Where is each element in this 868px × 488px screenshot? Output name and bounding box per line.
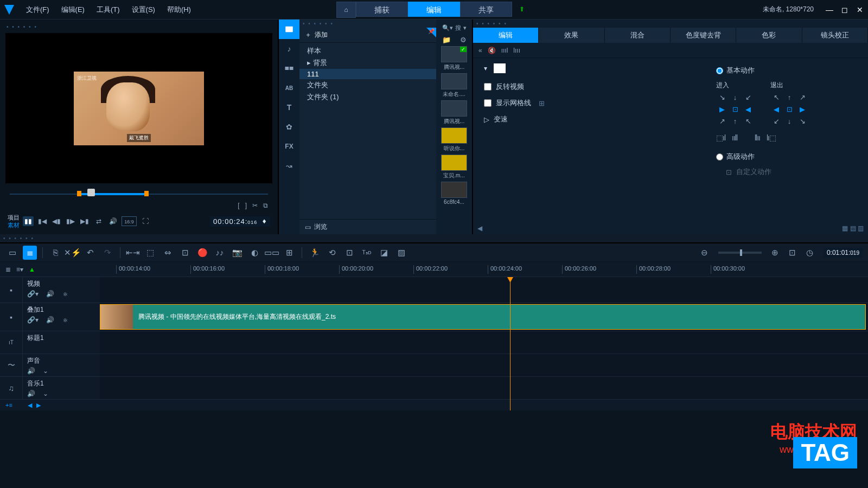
music-track-icon[interactable]: ♫ xyxy=(0,377,23,399)
overlay-tool-icon[interactable]: ✿ xyxy=(279,117,299,137)
link-icon[interactable]: 🔗▾ xyxy=(27,316,39,324)
scroll-left-icon[interactable]: ◀ xyxy=(28,402,32,409)
pan-zoom-icon[interactable]: ⊡ xyxy=(178,246,192,260)
proptab-blend[interactable]: 混合 xyxy=(605,28,671,43)
search-input[interactable]: 🔍▾ 搜▾ xyxy=(437,22,471,34)
fadein-icon[interactable]: ıııl xyxy=(501,47,508,54)
proptab-color[interactable]: 色彩 xyxy=(736,28,802,43)
tab-edit[interactable]: 编辑 xyxy=(408,2,460,17)
audio-filter-icon[interactable]: ♪♪ xyxy=(213,246,227,260)
proptab-lens[interactable]: 镜头校正 xyxy=(802,28,868,43)
tracklist-toggle-icon[interactable]: ≣ xyxy=(5,266,11,273)
trackopt-icon[interactable]: ≡▾ xyxy=(16,266,23,273)
preview-viewport[interactable]: 浙江卫视 戴飞鹭胜 xyxy=(5,33,272,183)
view-detail-icon[interactable]: ▥ xyxy=(858,224,864,232)
speed-button[interactable]: ▷变速 xyxy=(484,111,694,127)
tools-icon[interactable]: ✕⚡ xyxy=(66,246,80,260)
split-horiz-icon[interactable]: ⇔ xyxy=(161,246,175,260)
fullscreen-icon[interactable]: ⛶ xyxy=(140,216,151,226)
timeline-view-icon[interactable]: ≣ xyxy=(23,246,37,260)
grid-crop-icon[interactable]: ⊞ xyxy=(282,246,296,260)
home-tab[interactable]: ⌂ xyxy=(336,2,356,18)
trim-icon[interactable]: ⇤⇥ xyxy=(126,246,140,260)
link-icon[interactable]: 🔗▾ xyxy=(27,290,39,298)
time-remap-icon[interactable]: ⟲ xyxy=(325,246,339,260)
close-button[interactable]: ✕ xyxy=(856,6,864,14)
timeline-duration[interactable]: 0:01:01:019 xyxy=(824,248,863,258)
copy-icon[interactable]: ⧉ xyxy=(263,202,268,209)
play-button[interactable]: ▮▮ xyxy=(23,216,34,226)
exit-direction-grid[interactable]: ↖↑↗ ◀⊡▶ ↙↓↘ xyxy=(770,92,808,127)
mute-icon[interactable]: 🔊 xyxy=(27,367,35,375)
transition-tool-icon[interactable] xyxy=(279,59,299,78)
goto-end-icon[interactable]: ▶▮ xyxy=(79,216,90,226)
record-icon[interactable]: 🔴 xyxy=(195,246,209,260)
reverse-video-checkbox[interactable]: 反转视频 xyxy=(484,79,694,95)
motion-tool-icon[interactable]: ↝ xyxy=(279,156,299,176)
menu-tools[interactable]: 工具(T) xyxy=(91,3,125,17)
fx-icon[interactable]: ⨳ xyxy=(62,290,68,298)
stabilize-icon[interactable]: ⊡ xyxy=(342,246,356,260)
preview-scrubber[interactable] xyxy=(10,188,268,197)
folder-item[interactable]: 样本 xyxy=(299,45,436,57)
voice-track-icon[interactable]: 〜 xyxy=(0,354,23,376)
expand-icon[interactable]: ⌄ xyxy=(43,367,48,375)
clock-icon[interactable]: ◷ xyxy=(803,246,817,260)
video-clip[interactable]: 腾讯视频 - 中国领先的在线视频媒体平台,海量高清视频在线观看_2.ts xyxy=(100,304,866,330)
marker-icon[interactable]: ▲ xyxy=(29,266,35,273)
add-track-icon[interactable]: +≡ xyxy=(5,402,12,408)
menu-file[interactable]: 文件(F) xyxy=(21,3,55,17)
loop-icon[interactable]: ⇄ xyxy=(93,216,104,226)
upload-icon[interactable]: ⬆ xyxy=(512,2,532,18)
mark-out-icon[interactable]: ] xyxy=(245,202,247,209)
zoom-out-icon[interactable]: ⊖ xyxy=(698,246,712,260)
zoom-in-icon[interactable]: ⊕ xyxy=(768,246,782,260)
tab-capture[interactable]: 捕获 xyxy=(356,2,408,17)
scrub-handle[interactable] xyxy=(87,189,95,196)
media-tool-icon[interactable] xyxy=(279,20,299,39)
overlay-track-icon[interactable]: ▪ xyxy=(0,303,23,331)
menu-edit[interactable]: 编辑(E) xyxy=(56,3,90,17)
zoom-slider[interactable] xyxy=(718,252,762,254)
thumb-item[interactable]: 未命名.... xyxy=(440,73,468,98)
mute-icon[interactable]: 🔊 xyxy=(46,316,54,324)
view-list-icon[interactable]: ▦ xyxy=(842,224,848,232)
mark-in-icon[interactable]: [ xyxy=(238,202,239,209)
prev-frame-icon[interactable]: ◀▮ xyxy=(51,216,62,226)
snapshot-icon[interactable]: 📷 xyxy=(230,246,244,260)
scroll-left-icon[interactable]: ◀ xyxy=(477,224,482,234)
camera-icon[interactable]: ⚙ xyxy=(460,36,467,44)
3d-title-icon[interactable]: T₃ᴅ xyxy=(360,246,374,260)
motion-track-icon[interactable]: 🏃 xyxy=(308,246,322,260)
cut-icon[interactable]: ✂ xyxy=(252,202,258,209)
fit-icon[interactable]: ⊡ xyxy=(786,246,800,260)
basic-motion-radio[interactable]: 基本动作 xyxy=(716,63,857,78)
proptab-effect[interactable]: 效果 xyxy=(539,28,604,43)
folder-item-selected[interactable]: 111 xyxy=(299,69,436,79)
project-mode-label[interactable]: 项目 xyxy=(8,214,20,221)
text-tool-icon[interactable]: T xyxy=(279,98,299,117)
fx-tool-icon[interactable]: FX xyxy=(279,137,299,156)
menu-settings[interactable]: 设置(S) xyxy=(126,3,161,17)
chroma-icon[interactable]: ◐ xyxy=(247,246,261,260)
import-icon[interactable]: 📁 xyxy=(442,36,451,44)
title-tool-icon[interactable]: AB xyxy=(279,78,299,98)
minimize-button[interactable]: — xyxy=(826,6,833,14)
collapse-icon[interactable]: « xyxy=(478,47,482,54)
proptab-edit[interactable]: 编辑 xyxy=(473,28,539,43)
folder-item[interactable]: ▸ 背景 xyxy=(299,57,436,69)
goto-start-icon[interactable]: ▮◀ xyxy=(37,216,48,226)
copy-attrs-icon[interactable]: ⎘ xyxy=(48,246,62,260)
undo-icon[interactable]: ↶ xyxy=(83,246,97,260)
preview-timecode[interactable]: 00:00:24:016 ♦ xyxy=(210,216,270,227)
add-folder-button[interactable]: ＋ 添加 📌 xyxy=(299,28,436,43)
proptab-chroma[interactable]: 色度键去背 xyxy=(671,28,736,43)
expand-icon[interactable]: ⌄ xyxy=(43,390,48,397)
next-frame-icon[interactable]: ▮▶ xyxy=(65,216,76,226)
thumb-item[interactable]: 宝贝.m... xyxy=(440,155,468,179)
mute-icon[interactable]: 🔇 xyxy=(488,47,496,54)
title-track-icon[interactable]: ıT xyxy=(0,331,23,354)
color-dropdown-icon[interactable]: ▾ xyxy=(484,65,487,72)
video-track-icon[interactable]: ▪ xyxy=(0,277,23,303)
volume-icon[interactable]: 🔊 xyxy=(107,216,118,226)
